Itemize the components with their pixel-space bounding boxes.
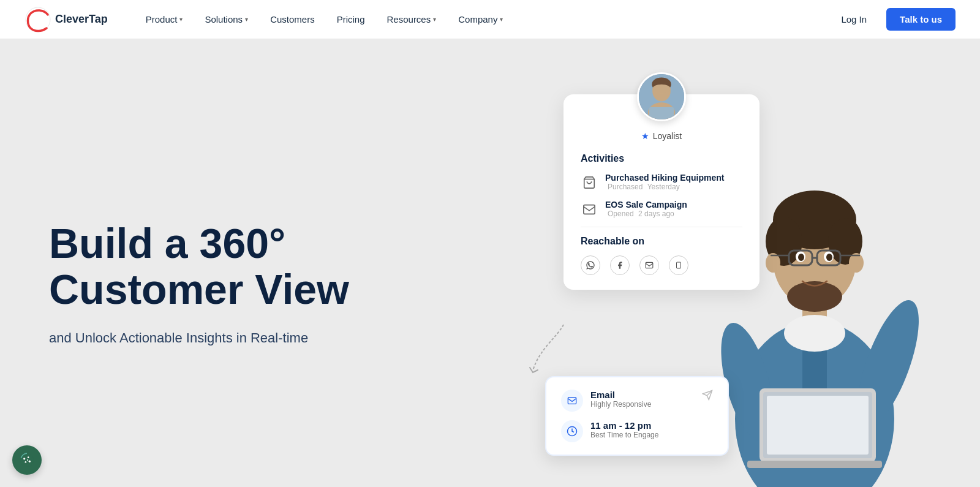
- svg-rect-40: [767, 396, 869, 455]
- star-icon: ★: [641, 131, 649, 141]
- email-details: Email Highly Responsive: [590, 390, 651, 409]
- login-button[interactable]: Log In: [831, 9, 876, 29]
- nav-right: Log In Talk to us: [831, 8, 956, 31]
- time-sub: Best Time to Engage: [590, 431, 658, 439]
- email-icon: [581, 201, 598, 218]
- nav-solutions[interactable]: Solutions ▾: [196, 9, 257, 29]
- chevron-down-icon: ▾: [245, 16, 248, 23]
- loyalist-label: Loyalist: [653, 131, 682, 141]
- chevron-down-icon: ▾: [500, 16, 503, 23]
- svg-point-45: [29, 461, 31, 462]
- activity-item-2: EOS Sale Campaign Opened 2 days ago: [581, 200, 742, 218]
- whatsapp-icon: [581, 255, 600, 275]
- activities-label: Activities: [581, 153, 742, 164]
- svg-point-21: [784, 315, 845, 352]
- hero-title: Build a 360°Customer View: [49, 221, 392, 312]
- svg-rect-10: [677, 262, 681, 268]
- activity-name-1: Purchased Hiking Equipment: [605, 173, 724, 183]
- chevron-down-icon: ▾: [433, 16, 436, 23]
- svg-point-44: [28, 456, 29, 458]
- svg-point-47: [27, 459, 28, 461]
- time-row: 11 am - 12 pm Best Time to Engage: [561, 420, 713, 442]
- svg-rect-9: [646, 262, 653, 268]
- logo[interactable]: CleverTap: [24, 6, 108, 33]
- email-label: Email: [590, 390, 651, 400]
- email-card: Email Highly Responsive: [545, 376, 729, 456]
- nav-resources[interactable]: Resources ▾: [379, 9, 445, 29]
- svg-point-31: [798, 254, 804, 261]
- activity-item-1: Purchased Hiking Equipment Purchased Yes…: [581, 173, 742, 191]
- time-label: 11 am - 12 pm: [590, 420, 658, 431]
- activity-details-1: Purchased Hiking Equipment Purchased Yes…: [605, 173, 724, 191]
- activity-details-2: EOS Sale Campaign Opened 2 days ago: [605, 200, 687, 218]
- nav-company[interactable]: Company ▾: [450, 9, 511, 29]
- cookie-widget[interactable]: [12, 445, 42, 475]
- send-icon: [702, 390, 713, 404]
- talk-to-us-button[interactable]: Talk to us: [886, 8, 956, 31]
- card-divider: [581, 227, 742, 227]
- curved-arrow: [527, 319, 576, 382]
- nav-product[interactable]: Product ▾: [137, 9, 192, 29]
- svg-rect-6: [649, 107, 674, 119]
- nav-customers[interactable]: Customers: [262, 9, 323, 29]
- svg-point-4: [652, 85, 671, 94]
- svg-point-46: [25, 461, 27, 463]
- mobile-icon: [669, 255, 688, 275]
- shopping-bag-icon: [581, 174, 598, 191]
- nav-links: Product ▾ Solutions ▾ Customers Pricing …: [137, 9, 832, 29]
- logo-text: CleverTap: [55, 13, 108, 26]
- svg-rect-12: [568, 398, 576, 404]
- activity-meta-2: Opened 2 days ago: [605, 210, 687, 218]
- avatar-wrap: [581, 72, 742, 121]
- nav-pricing[interactable]: Pricing: [328, 9, 374, 29]
- facebook-icon: [610, 255, 630, 275]
- chevron-down-icon: ▾: [179, 16, 183, 23]
- activity-name-2: EOS Sale Campaign: [605, 200, 687, 210]
- channel-icons: [581, 255, 742, 275]
- profile-card: ★ Loyalist Activities Purchased Hiking E…: [564, 94, 760, 290]
- email-channel-icon: [561, 390, 583, 412]
- svg-rect-41: [747, 461, 882, 468]
- activity-meta-1: Purchased Yesterday: [605, 183, 724, 191]
- clock-icon: [561, 420, 583, 442]
- loyalist-badge: ★ Loyalist: [581, 131, 742, 141]
- hero-right: ★ Loyalist Activities Purchased Hiking E…: [392, 76, 931, 487]
- email-row: Email Highly Responsive: [561, 390, 713, 412]
- email-responsive: Highly Responsive: [590, 400, 651, 409]
- svg-point-32: [826, 254, 832, 261]
- time-details: 11 am - 12 pm Best Time to Engage: [590, 420, 658, 439]
- svg-rect-8: [584, 205, 595, 214]
- navbar: CleverTap Product ▾ Solutions ▾ Customer…: [0, 0, 980, 39]
- hero-section: Build a 360°Customer View and Unlock Act…: [0, 39, 980, 487]
- avatar: [637, 72, 686, 121]
- svg-point-43: [23, 458, 25, 459]
- reachable-label: Reachable on: [581, 236, 742, 247]
- mail-icon: [639, 255, 659, 275]
- hero-subtitle: and Unlock Actionable Insights in Real-t…: [49, 329, 392, 348]
- hero-left: Build a 360°Customer View and Unlock Act…: [49, 221, 392, 348]
